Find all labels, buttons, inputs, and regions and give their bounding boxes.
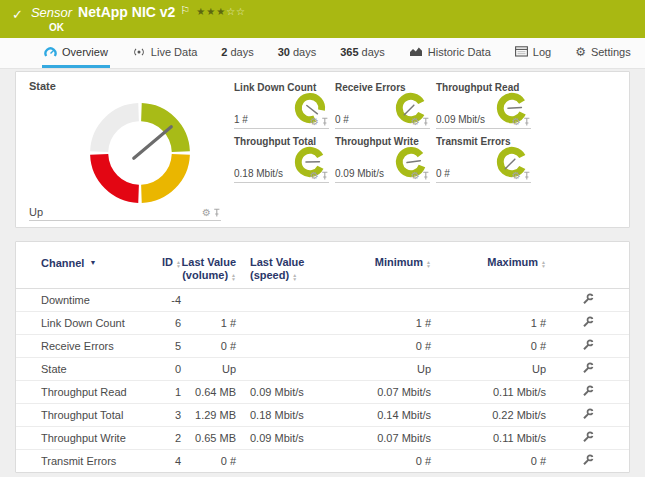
column-header-maximum[interactable]: Maximum▲▼ (431, 248, 546, 289)
cell-last-value-volume: 0.64 MB (181, 381, 236, 404)
tab-log[interactable]: Log (513, 38, 553, 68)
pin-icon[interactable] (321, 171, 329, 181)
cell-channel: Throughput Read (16, 381, 141, 404)
cell-id: -4 (141, 289, 181, 312)
cell-channel: Downtime (16, 289, 141, 312)
channel-settings-wrench-icon[interactable] (582, 316, 594, 328)
cell-maximum (431, 289, 546, 312)
state-gauge-title: State (29, 80, 221, 92)
tab-historic-data[interactable]: Historic Data (407, 38, 493, 68)
star-filled-icon[interactable]: ★ (196, 6, 206, 17)
tab-365-days[interactable]: 365 days (338, 38, 387, 68)
tab-label: Overview (62, 46, 108, 58)
log-icon (515, 46, 528, 57)
gauge-value: 0 # (436, 168, 450, 179)
sort-icon: ▲▼ (292, 273, 297, 281)
table-row[interactable]: Link Down Count 6 1 # 1 # 1 # (16, 312, 629, 335)
cell-minimum: 0.14 Mbit/s (346, 404, 431, 427)
sensor-title-block: Sensor NetApp NIC v2 ⚐ ★★★☆☆ OK (31, 0, 246, 34)
table-row[interactable]: Receive Errors 5 0 # 0 # 0 # (16, 335, 629, 358)
gear-icon[interactable]: ⚙ (411, 171, 420, 181)
cell-maximum: 0.11 Mbit/s (431, 427, 546, 450)
pin-icon[interactable] (213, 208, 221, 218)
star-filled-icon[interactable]: ★ (216, 6, 226, 17)
cell-last-value-volume: 0 # (181, 450, 236, 473)
state-gauge-dial (81, 94, 221, 216)
star-empty-icon[interactable]: ☆ (236, 6, 246, 17)
tab-label: days (230, 46, 253, 58)
cell-minimum: 1 # (346, 312, 431, 335)
tab-overview[interactable]: Overview (42, 38, 110, 68)
cell-minimum: 0.07 Mbit/s (346, 427, 431, 450)
table-row[interactable]: Throughput Total 3 1.29 MB 0.18 Mbit/s 0… (16, 404, 629, 427)
column-header-last-value-volume[interactable]: Last Value (volume)▲▼ (181, 248, 236, 289)
tab-settings[interactable]: ⚙ Settings (573, 38, 633, 68)
sort-icon: ▲▼ (231, 273, 236, 281)
cell-channel: Transmit Errors (16, 450, 141, 473)
tab-strip: Overview Live Data 2 days 30 days 365 da… (0, 38, 645, 69)
channel-settings-wrench-icon[interactable] (582, 339, 594, 351)
column-header-channel[interactable]: Channel▼ (16, 248, 141, 289)
tab-label: Log (533, 46, 551, 58)
channel-settings-wrench-icon[interactable] (582, 408, 594, 420)
gear-icon[interactable]: ⚙ (202, 208, 211, 218)
overview-gauges-panel: State Up ⚙ Link Down Count (15, 71, 630, 228)
gauge-value: 0.09 Mbit/s (335, 168, 384, 179)
gauge-value: 0.09 Mbit/s (436, 114, 485, 125)
pin-icon[interactable] (523, 117, 531, 127)
tab-label-number: 30 (278, 46, 290, 58)
star-filled-icon[interactable]: ★ (206, 6, 216, 17)
sort-icon: ▲▼ (426, 260, 431, 268)
column-header-id[interactable]: ID▲▼ (141, 248, 181, 289)
table-row[interactable]: Downtime -4 (16, 289, 629, 312)
tab-2-days[interactable]: 2 days (219, 38, 255, 68)
gear-icon[interactable]: ⚙ (310, 117, 319, 127)
pin-icon[interactable] (523, 171, 531, 181)
pin-icon[interactable] (422, 117, 430, 127)
channel-settings-wrench-icon[interactable] (582, 431, 594, 443)
priority-flag-icon[interactable]: ⚐ (180, 3, 190, 18)
cell-channel: Throughput Total (16, 404, 141, 427)
overview-gauge-icon (44, 46, 57, 58)
table-row[interactable]: Throughput Write 2 0.65 MB 0.09 Mbit/s 0… (16, 427, 629, 450)
cell-last-value-speed: 0.18 Mbit/s (236, 404, 346, 427)
cell-maximum: 0.22 Mbit/s (431, 404, 546, 427)
gauge-value: 0 # (335, 114, 349, 125)
channel-settings-wrench-icon[interactable] (582, 454, 594, 466)
channel-gauge-tile: Throughput Write 0.09 Mbit/s ⚙ (335, 136, 430, 183)
cell-id: 6 (141, 312, 181, 335)
channel-gauge-tile: Receive Errors 0 # ⚙ (335, 82, 430, 129)
sensor-name: NetApp NIC v2 (78, 5, 175, 20)
cell-last-value-volume: Up (181, 358, 236, 381)
column-header-minimum[interactable]: Minimum▲▼ (346, 248, 431, 289)
cell-minimum: Up (346, 358, 431, 381)
table-row[interactable]: Transmit Errors 4 0 # 0 # 0 # (16, 450, 629, 473)
star-empty-icon[interactable]: ☆ (226, 6, 236, 17)
pin-icon[interactable] (422, 171, 430, 181)
gear-icon[interactable]: ⚙ (310, 171, 319, 181)
pin-icon[interactable] (321, 117, 329, 127)
star-rating[interactable]: ★★★☆☆ (196, 4, 246, 19)
gear-icon[interactable]: ⚙ (411, 117, 420, 127)
table-row[interactable]: State 0 Up Up Up (16, 358, 629, 381)
cell-id: 4 (141, 450, 181, 473)
state-gauge-section: State Up ⚙ (29, 80, 221, 227)
channel-settings-wrench-icon[interactable] (582, 362, 594, 374)
cell-last-value-speed (236, 358, 346, 381)
cell-last-value-speed (236, 312, 346, 335)
cell-last-value-speed: 0.09 Mbit/s (236, 381, 346, 404)
tab-label: Historic Data (428, 46, 491, 58)
gauge-value: 1 # (234, 114, 248, 125)
channel-settings-wrench-icon[interactable] (582, 385, 594, 397)
column-header-last-value-speed[interactable]: Last Value (speed)▲▼ (236, 248, 346, 289)
channel-settings-wrench-icon[interactable] (582, 293, 594, 305)
gear-icon[interactable]: ⚙ (512, 117, 521, 127)
channel-gauge-tile: Throughput Read 0.09 Mbit/s ⚙ (436, 82, 531, 129)
tab-30-days[interactable]: 30 days (276, 38, 319, 68)
tab-live-data[interactable]: Live Data (130, 38, 199, 68)
gear-icon[interactable]: ⚙ (512, 171, 521, 181)
cell-id: 5 (141, 335, 181, 358)
table-row[interactable]: Throughput Read 1 0.64 MB 0.09 Mbit/s 0.… (16, 381, 629, 404)
live-data-icon (132, 46, 146, 58)
cell-maximum: Up (431, 358, 546, 381)
